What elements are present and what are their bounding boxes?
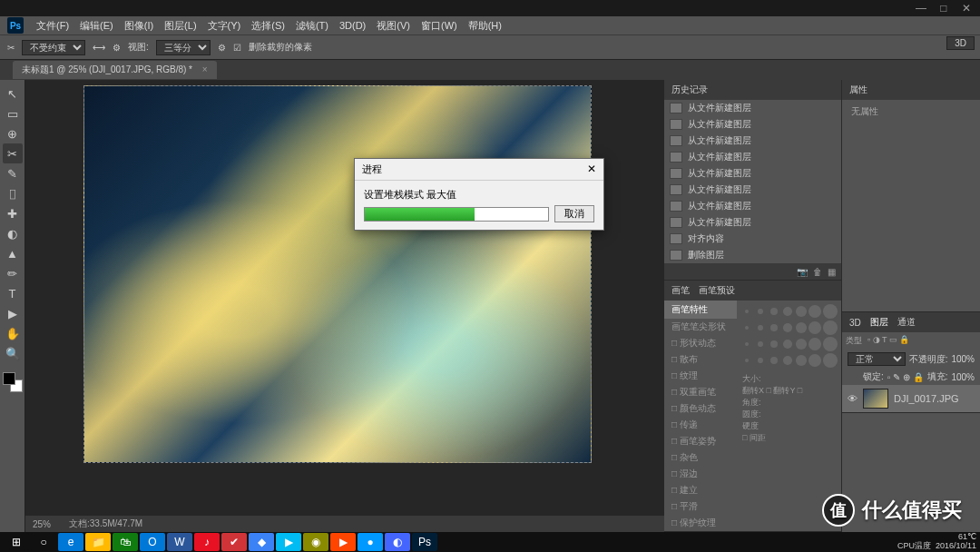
document-canvas[interactable] [83, 85, 592, 463]
taskbar-app-icon[interactable]: ♪ [194, 533, 220, 551]
brush-option[interactable]: □ 画笔姿势 [664, 433, 737, 449]
brush-param[interactable]: 硬度 [742, 420, 836, 432]
brush-option[interactable]: □ 散布 [664, 351, 737, 368]
tool-button[interactable]: ✋ [3, 323, 23, 343]
menu-item[interactable]: 文字(Y) [202, 18, 247, 33]
brush-option[interactable]: □ 双重画笔 [664, 384, 737, 400]
brush-option[interactable]: □ 颜色动态 [664, 400, 737, 417]
taskbar-app-icon[interactable]: 🛍 [113, 533, 138, 551]
taskbar-app-icon[interactable]: ◉ [303, 533, 328, 551]
history-item[interactable]: 从文件新建图层 [664, 100, 841, 116]
taskbar-app-icon[interactable]: ▶ [330, 533, 356, 551]
tool-button[interactable]: 🔍 [3, 343, 23, 363]
taskbar-app-icon[interactable]: ◆ [249, 533, 274, 551]
menu-item[interactable]: 视图(V) [371, 18, 416, 33]
history-item[interactable]: 从文件新建图层 [664, 116, 841, 133]
history-item[interactable]: 从文件新建图层 [664, 182, 841, 198]
menu-item[interactable]: 选择(S) [246, 18, 290, 33]
menu-item[interactable]: 编辑(E) [74, 18, 119, 33]
history-item[interactable]: 从文件新建图层 [664, 133, 841, 149]
menu-item[interactable]: 帮助(H) [463, 18, 507, 33]
crop-grid-select[interactable]: 三等分 [156, 40, 211, 55]
tool-button[interactable]: ✎ [3, 163, 23, 183]
blend-mode-select[interactable]: 正常 [848, 352, 906, 366]
layer-visibility-icon[interactable]: 👁 [848, 393, 858, 404]
history-new-icon[interactable]: ▦ [828, 267, 836, 277]
canvas-area[interactable]: 25% 文档:33.5M/47.7M [25, 80, 664, 532]
menu-item[interactable]: 文件(F) [31, 18, 74, 33]
history-snapshot-icon[interactable]: 📷 [797, 267, 808, 277]
workspace-mode[interactable]: 3D [946, 36, 975, 50]
taskbar-app-icon[interactable]: e [58, 533, 83, 551]
brush-option[interactable]: 画笔笔尖形状 [664, 319, 737, 335]
brush-param[interactable]: 翻转X □ 翻转Y □ [742, 385, 836, 397]
brush-option[interactable]: □ 平滑 [664, 498, 737, 515]
brush-option[interactable]: □ 形状动态 [664, 335, 737, 351]
taskbar-app-icon[interactable]: ○ [31, 533, 56, 551]
menu-item[interactable]: 窗口(W) [416, 18, 463, 33]
cancel-button[interactable]: 取消 [554, 205, 594, 222]
menu-item[interactable]: 滤镜(T) [290, 18, 334, 33]
history-item[interactable]: 从文件新建图层 [664, 214, 841, 231]
brush-param[interactable]: □ 间距 [742, 432, 836, 444]
tool-button[interactable]: ✚ [3, 203, 23, 223]
taskbar-app-icon[interactable]: ▶ [276, 533, 301, 551]
brush-option[interactable]: □ 传递 [664, 417, 737, 433]
document-tab[interactable]: 未标题1 @ 25% (DJI_0017.JPG, RGB/8) * × [13, 61, 217, 79]
tool-button[interactable]: ▭ [3, 104, 23, 123]
fill-value[interactable]: 100% [951, 372, 975, 382]
close-button[interactable]: ✕ [956, 2, 976, 15]
layer-thumbnail[interactable] [863, 389, 888, 409]
brush-param[interactable]: 大小: [742, 373, 836, 385]
history-delete-icon[interactable]: 🗑 [813, 267, 822, 277]
minimize-button[interactable]: — [911, 2, 931, 15]
tool-button[interactable]: ✏ [3, 263, 23, 283]
document-tab-close[interactable]: × [202, 64, 208, 74]
brush-option[interactable]: □ 保护纹理 [664, 515, 737, 531]
layer-filter-kind[interactable]: 类型 [846, 335, 862, 347]
tool-button[interactable]: ⊕ [3, 123, 23, 143]
taskbar-app-icon[interactable]: W [167, 533, 192, 551]
brush-param[interactable]: 圆度: [742, 409, 836, 420]
history-tab[interactable]: 历史记录 [671, 84, 708, 96]
taskbar-app-icon[interactable]: ⊞ [4, 533, 29, 551]
history-item[interactable]: 从文件新建图层 [664, 165, 841, 182]
crop-preset-select[interactable]: 不受约束 [22, 40, 85, 55]
channels-tab[interactable]: 通道 [897, 316, 916, 329]
tool-button[interactable]: ▶ [3, 303, 23, 323]
brush-option[interactable]: □ 杂色 [664, 449, 737, 466]
menu-item[interactable]: 3D(D) [334, 18, 371, 33]
3d-tab[interactable]: 3D [849, 318, 861, 328]
taskbar-app-icon[interactable]: ✔ [221, 533, 247, 551]
dialog-close-icon[interactable]: ✕ [587, 163, 596, 176]
taskbar-app-icon[interactable]: O [140, 533, 165, 551]
layers-tab[interactable]: 图层 [870, 316, 888, 329]
maximize-button[interactable]: □ [934, 2, 954, 15]
history-item[interactable]: 对齐内容 [664, 231, 841, 247]
brush-tab[interactable]: 画笔 [671, 284, 690, 297]
taskbar-app-icon[interactable]: Ps [412, 533, 437, 551]
layer-row[interactable]: 👁 DJI_0017.JPG [842, 385, 980, 412]
brush-option[interactable]: □ 湿边 [664, 466, 737, 482]
tool-button[interactable]: ▲ [3, 243, 23, 263]
history-item[interactable]: 从文件新建图层 [664, 149, 841, 165]
taskbar-app-icon[interactable]: ◐ [385, 533, 410, 551]
opacity-value[interactable]: 100% [951, 354, 975, 364]
tool-button[interactable]: ✂ [3, 143, 23, 163]
tool-button[interactable]: ◐ [3, 223, 23, 243]
zoom-level[interactable]: 25% [33, 519, 51, 529]
tool-button[interactable]: ⌷ [3, 183, 23, 203]
history-item[interactable]: 从文件新建图层 [664, 198, 841, 214]
brush-param[interactable]: 角度: [742, 397, 836, 409]
history-item[interactable]: 删除图层 [664, 247, 841, 263]
brush-presets-tab[interactable]: 画笔预设 [699, 284, 735, 297]
layer-name[interactable]: DJI_0017.JPG [894, 393, 959, 404]
properties-tab[interactable]: 属性 [849, 84, 867, 96]
tool-button[interactable]: ↖ [3, 84, 23, 104]
color-swatches[interactable] [3, 372, 23, 392]
brush-option[interactable]: □ 纹理 [664, 368, 737, 384]
taskbar-app-icon[interactable]: ● [358, 533, 383, 551]
tool-button[interactable]: T [3, 283, 23, 303]
brush-tip-grid[interactable] [737, 301, 841, 371]
menu-item[interactable]: 图像(I) [119, 18, 159, 33]
